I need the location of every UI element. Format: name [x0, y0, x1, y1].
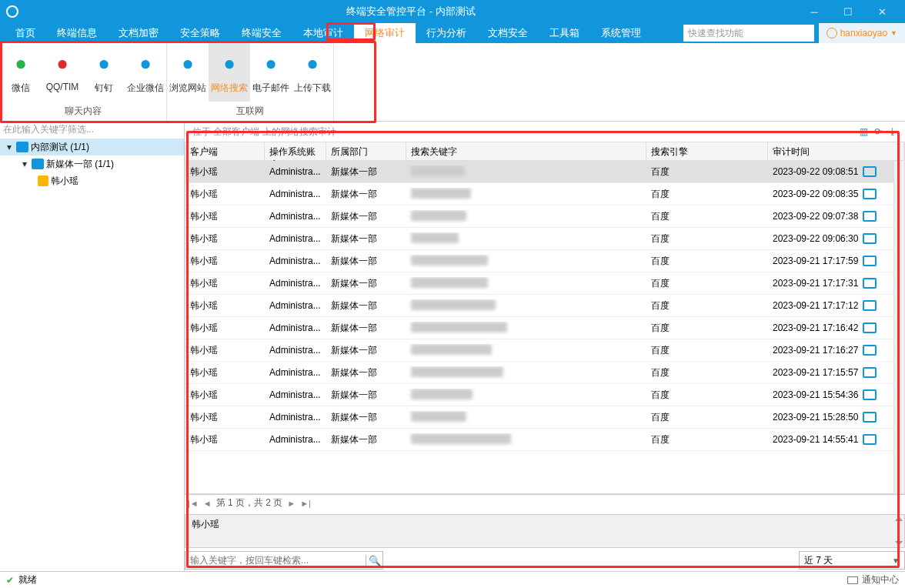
export-icon[interactable]: ⭳	[888, 126, 897, 137]
table-row[interactable]: 韩小瑶Administra...新媒体一部百度2023-09-22 09:08:…	[185, 161, 893, 183]
menu-1[interactable]: 终端信息	[46, 23, 108, 43]
monitor-icon[interactable]	[863, 166, 877, 177]
app-logo-icon	[6, 5, 18, 18]
menu-2[interactable]: 文档加密	[108, 23, 169, 43]
monitor-icon[interactable]	[863, 367, 877, 378]
table-row[interactable]: 韩小瑶Administra...新媒体一部百度2023-09-22 09:06:…	[185, 228, 893, 250]
notification-label: 通知中心	[862, 573, 899, 586]
table-row[interactable]: 韩小瑶Administra...新媒体一部百度2023-09-21 17:17:…	[185, 250, 893, 272]
ribbon-updown[interactable]: ●上传下载	[292, 43, 333, 102]
pager-next-button[interactable]: ►	[287, 499, 296, 508]
email-icon: ●	[257, 49, 285, 77]
monitor-icon[interactable]	[863, 412, 877, 423]
minimize-button[interactable]: ─	[797, 0, 831, 23]
pager-last-button[interactable]: ►|	[300, 499, 311, 508]
table-row[interactable]: 韩小瑶Administra...新媒体一部百度2023-09-21 17:16:…	[185, 317, 893, 339]
tree-node[interactable]: ▾内部测试 (1/1)	[0, 139, 184, 155]
ribbon-browse[interactable]: ●浏览网站	[167, 43, 209, 102]
search-icon[interactable]: 🔍	[366, 555, 382, 566]
menu-0[interactable]: 首页	[5, 23, 46, 43]
menu-10[interactable]: 系统管理	[590, 23, 652, 43]
refresh-icon[interactable]: ⟳	[874, 126, 882, 137]
menu-4[interactable]: 终端安全	[231, 23, 292, 43]
col-4[interactable]: 搜索引擎	[646, 142, 768, 160]
scroll-down-icon[interactable]	[895, 541, 903, 546]
table-row[interactable]: 韩小瑶Administra...新媒体一部百度2023-09-21 15:28:…	[185, 406, 893, 429]
table-row[interactable]: 韩小瑶Administra...新媒体一部百度2023-09-22 09:07:…	[185, 205, 893, 228]
breadcrumb-bar: 位于 全部客户端 上的网络搜索审计 ▥ ⟳ ⭳	[185, 122, 905, 142]
table-row[interactable]: 韩小瑶Administra...新媒体一部百度2023-09-21 17:17:…	[185, 272, 893, 295]
quick-search[interactable]: 快速查找功能	[683, 25, 814, 42]
vertical-scrollbar[interactable]	[893, 161, 904, 493]
menu-3[interactable]: 安全策略	[169, 23, 231, 43]
window-title: 终端安全管控平台 - 内部测试	[25, 5, 797, 18]
group-icon	[16, 142, 28, 152]
date-range-dropdown[interactable]: 近 7 天 ▼	[799, 551, 905, 570]
table-row[interactable]: 韩小瑶Administra...新媒体一部百度2023-09-21 17:17:…	[185, 295, 893, 317]
title-bar: 终端安全管控平台 - 内部测试 ─ ☐ ✕	[0, 0, 905, 23]
menu-8[interactable]: 文档安全	[477, 23, 539, 43]
menu-6[interactable]: 网络审计	[354, 23, 416, 43]
date-range-label: 近 7 天	[804, 554, 833, 567]
expand-icon[interactable]: ▾	[5, 142, 14, 152]
tree-node[interactable]: ▾新媒体一部 (1/1)	[0, 155, 184, 172]
col-5[interactable]: 审计时间	[768, 142, 904, 160]
pager-text: 第 1 页，共 2 页	[216, 496, 283, 509]
table-row[interactable]: 韩小瑶Administra...新媒体一部百度2023-09-21 17:15:…	[185, 362, 893, 384]
keyword-input[interactable]	[185, 555, 366, 566]
qqtim-icon: ●	[48, 49, 76, 77]
ribbon-wechat[interactable]: ●微信	[0, 43, 42, 102]
monitor-icon[interactable]	[863, 345, 877, 356]
close-button[interactable]: ✕	[865, 0, 899, 23]
table-body: 韩小瑶Administra...新媒体一部百度2023-09-22 09:08:…	[185, 161, 893, 493]
tree-node[interactable]: 韩小瑶	[0, 172, 184, 189]
monitor-icon[interactable]	[863, 434, 877, 445]
mail-icon	[847, 576, 858, 584]
monitor-icon[interactable]	[863, 233, 877, 244]
user-menu[interactable]: hanxiaoyao ▼	[819, 23, 905, 43]
notification-center[interactable]: 通知中心	[847, 573, 899, 586]
ribbon-wecom[interactable]: ●企业微信	[125, 43, 166, 102]
table-row[interactable]: 韩小瑶Administra...新媒体一部百度2023-09-21 15:54:…	[185, 384, 893, 406]
ribbon-group-label: 互联网	[236, 102, 264, 121]
pager-prev-button[interactable]: ◄	[203, 499, 212, 508]
monitor-icon[interactable]	[863, 256, 877, 266]
detail-preview: 韩小瑶	[185, 514, 905, 548]
col-2[interactable]: 所属部门	[326, 142, 406, 160]
dingtalk-icon: ●	[90, 49, 118, 77]
table-row[interactable]: 韩小瑶Administra...新媒体一部百度2023-09-21 17:16:…	[185, 339, 893, 362]
monitor-icon[interactable]	[863, 211, 877, 222]
ribbon-dingtalk[interactable]: ●钉钉	[83, 43, 125, 102]
menu-9[interactable]: 工具箱	[539, 23, 590, 43]
columns-icon[interactable]: ▥	[860, 126, 868, 137]
ribbon-netsearch[interactable]: ●网络搜索	[209, 43, 250, 102]
pager-first-button[interactable]: |◄	[188, 499, 199, 508]
filter-row: 🔍 近 7 天 ▼	[185, 551, 905, 571]
ribbon-toolbar: ●微信●QQ/TIM●钉钉●企业微信聊天内容●浏览网站●网络搜索●电子邮件●上传…	[0, 43, 905, 122]
updown-icon: ●	[299, 49, 326, 77]
menu-5[interactable]: 本地审计	[292, 23, 354, 43]
ribbon-qqtim[interactable]: ●QQ/TIM	[42, 43, 83, 102]
monitor-icon[interactable]	[863, 278, 877, 289]
tree-filter-input[interactable]: 在此输入关键字筛选...	[0, 122, 184, 139]
menu-7[interactable]: 行为分析	[416, 23, 477, 43]
col-3[interactable]: 搜索关键字	[406, 142, 646, 160]
scroll-up-icon[interactable]	[895, 516, 903, 521]
ribbon-group-label: 聊天内容	[65, 102, 102, 121]
col-0[interactable]: 客户端	[185, 142, 265, 160]
netsearch-icon: ●	[215, 49, 243, 77]
monitor-icon[interactable]	[863, 322, 877, 333]
expand-icon[interactable]: ▾	[20, 159, 29, 169]
monitor-icon[interactable]	[863, 189, 877, 199]
col-1[interactable]: 操作系统账户	[265, 142, 326, 160]
content-panel: 位于 全部客户端 上的网络搜索审计 ▥ ⟳ ⭳ 客户端操作系统账户所属部门搜索关…	[185, 122, 905, 571]
monitor-icon[interactable]	[863, 300, 877, 311]
wechat-icon: ●	[7, 49, 35, 77]
ribbon-email[interactable]: ●电子邮件	[250, 43, 292, 102]
table-row[interactable]: 韩小瑶Administra...新媒体一部百度2023-09-21 14:55:…	[185, 429, 893, 451]
monitor-icon[interactable]	[863, 389, 877, 400]
maximize-button[interactable]: ☐	[831, 0, 865, 23]
browse-icon: ●	[174, 49, 202, 77]
table-row[interactable]: 韩小瑶Administra...新媒体一部百度2023-09-22 09:08:…	[185, 183, 893, 205]
keyword-filter[interactable]: 🔍	[185, 551, 383, 570]
